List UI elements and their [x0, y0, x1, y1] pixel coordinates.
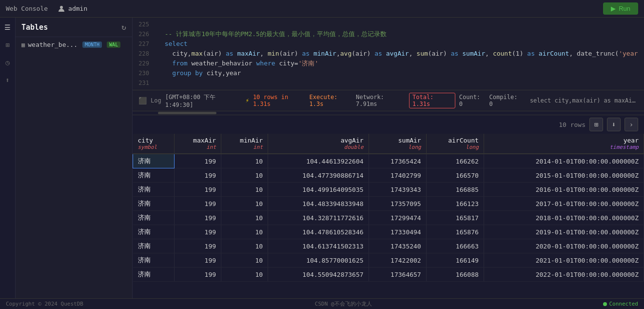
cell-year: 2017-01-01T00:00:00.000000Z — [484, 197, 644, 211]
col-header-sumAir: sumAirlong — [369, 134, 426, 154]
cell-sumAir: 17330494 — [369, 225, 426, 239]
code-line-228: 228 city,max(air) as maxAir, min(air) as… — [133, 49, 644, 59]
cell-city: 济南 — [133, 211, 175, 225]
cell-maxAir: 199 — [175, 183, 221, 197]
cell-year: 2021-01-01T00:00:00.000000Z — [484, 253, 644, 268]
table-row[interactable]: 济南 199 10 104.499164095035 17439343 1668… — [133, 183, 644, 197]
bottom-bar: Copyright © 2024 QuestDB CSDN @不会飞的小龙人 C… — [0, 298, 644, 309]
cell-year: 2019-01-01T00:00:00.000000Z — [484, 225, 644, 239]
cell-maxAir: 199 — [175, 154, 221, 168]
cell-city: 济南 — [133, 154, 175, 168]
copyright: Copyright © 2024 QuestDB — [6, 301, 83, 307]
grid-icon[interactable]: ⊞ — [2, 39, 14, 51]
code-line-230: 230 group by city,year — [133, 68, 644, 78]
chart-icon[interactable]: ◷ — [2, 57, 14, 68]
code-line-226: 226 -- 计算城市10年中每年的PM2.5的最大值，最小值，平均值，总值，总… — [133, 29, 644, 39]
table-item[interactable]: ▦ weather_be... MONTH WAL — [16, 37, 132, 52]
cell-year: 2020-01-01T00:00:00.000000Z — [484, 239, 644, 253]
log-count: Count: 0 — [459, 94, 486, 107]
table-row[interactable]: 济南 199 10 104.85770001625 17422002 16614… — [133, 253, 644, 268]
svg-point-0 — [60, 6, 63, 9]
cell-year: 2015-01-01T00:00:00.000000Z — [484, 168, 644, 183]
cell-airCount: 166885 — [426, 183, 484, 197]
refresh-icon[interactable]: ↻ — [121, 22, 126, 32]
cell-avgAir: 104.613741502313 — [268, 239, 369, 253]
username: admin — [68, 5, 87, 12]
csdn-label: CSDN @不会飞的小龙人 — [315, 300, 372, 308]
cell-minAir: 10 — [221, 239, 268, 253]
cell-airCount: 165876 — [426, 225, 484, 239]
cell-avgAir: 104.477390886714 — [268, 168, 369, 183]
cell-sumAir: 17365424 — [369, 154, 426, 168]
col-header-city: citysymbol — [133, 134, 175, 154]
cell-maxAir: 199 — [175, 211, 221, 225]
run-icon: ▶ — [611, 5, 616, 12]
upload-icon[interactable]: ⬆ — [2, 74, 14, 86]
scroll-thumb[interactable] — [158, 112, 216, 114]
lightning-icon: ⚡ — [246, 97, 249, 104]
user-info: admin — [58, 5, 87, 13]
run-button[interactable]: ▶ Run — [603, 2, 638, 15]
cell-avgAir: 104.483394833948 — [268, 197, 369, 211]
table-row[interactable]: 济南 199 10 104.550942873657 17364657 1660… — [133, 268, 644, 282]
topbar: Web Console admin ▶ Run — [0, 0, 644, 18]
col-header-minAir: minAirint — [221, 134, 268, 154]
cell-sumAir: 17357095 — [369, 197, 426, 211]
cell-avgAir: 104.478610528346 — [268, 225, 369, 239]
table-row[interactable]: 济南 199 10 104.478610528346 17330494 1658… — [133, 225, 644, 239]
expand-button[interactable]: › — [624, 118, 638, 131]
table-row[interactable]: 济南 199 10 104.44613922604 17365424 16626… — [133, 154, 644, 168]
icon-bar: ☰ ⊞ ◷ ⬆ — [0, 18, 16, 298]
grid-view-button[interactable]: ⊞ — [589, 118, 603, 131]
table-row[interactable]: 济南 199 10 104.483394833948 17357095 1661… — [133, 197, 644, 211]
log-execute: Execute: 1.3s — [310, 94, 352, 107]
results-toolbar: 10 rows ⊞ ⬇ › — [133, 115, 644, 134]
cell-airCount: 166570 — [426, 168, 484, 183]
col-header-maxAir: maxAirint — [175, 134, 221, 154]
cell-city: 济南 — [133, 253, 175, 268]
table-icon: ▦ — [21, 41, 25, 48]
code-editor[interactable]: 225 226 -- 计算城市10年中每年的PM2.5的最大值，最小值，平均值，… — [133, 18, 644, 90]
cell-minAir: 10 — [221, 268, 268, 282]
download-button[interactable]: ⬇ — [607, 118, 621, 131]
editor-area: 225 226 -- 计算城市10年中每年的PM2.5的最大值，最小值，平均值，… — [133, 18, 644, 298]
table-row[interactable]: 济南 199 10 104.328711772616 17299474 1658… — [133, 211, 644, 225]
log-total: Total: 1.31s — [409, 93, 455, 108]
cell-avgAir: 104.44613922604 — [268, 154, 369, 168]
cell-sumAir: 17402799 — [369, 168, 426, 183]
cell-maxAir: 199 — [175, 239, 221, 253]
cell-avgAir: 104.85770001625 — [268, 253, 369, 268]
run-label: Run — [619, 5, 630, 12]
cell-maxAir: 199 — [175, 253, 221, 268]
cell-airCount: 166663 — [426, 239, 484, 253]
cell-sumAir: 17439343 — [369, 183, 426, 197]
log-bar: ⬛ Log [GMT+08:00 下午 1:49:30] ⚡ 10 rows i… — [133, 90, 644, 111]
sidebar: Tables ↻ ▦ weather_be... MONTH WAL — [16, 18, 133, 298]
sidebar-toggle-icon[interactable]: ☰ — [2, 21, 14, 33]
cell-city: 济南 — [133, 197, 175, 211]
cell-minAir: 10 — [221, 225, 268, 239]
cell-city: 济南 — [133, 225, 175, 239]
log-query-preview: select city,max(air) as maxAir, m — [530, 97, 638, 104]
cell-city: 济南 — [133, 168, 175, 183]
sidebar-header: Tables ↻ — [16, 18, 132, 37]
code-line-229: 229 from weather_behavior where city='济南… — [133, 59, 644, 68]
table-row[interactable]: 济南 199 10 104.613741502313 17435240 1666… — [133, 239, 644, 253]
code-line-231: 231 — [133, 78, 644, 88]
cell-sumAir: 17435240 — [369, 239, 426, 253]
cell-minAir: 10 — [221, 168, 268, 183]
results-table[interactable]: citysymbol maxAirint minAirint avgAirdou… — [133, 134, 644, 298]
connected-dot — [603, 302, 607, 306]
table-row[interactable]: 济南 199 10 104.477390886714 17402799 1665… — [133, 168, 644, 183]
cell-minAir: 10 — [221, 197, 268, 211]
cell-maxAir: 199 — [175, 268, 221, 282]
cell-city: 济南 — [133, 268, 175, 282]
cell-maxAir: 199 — [175, 225, 221, 239]
cell-maxAir: 199 — [175, 168, 221, 183]
cell-avgAir: 104.499164095035 — [268, 183, 369, 197]
log-compile: Compile: 0 — [489, 94, 522, 107]
cell-minAir: 10 — [221, 183, 268, 197]
cell-airCount: 165817 — [426, 211, 484, 225]
cell-year: 2016-01-01T00:00:00.000000Z — [484, 183, 644, 197]
table-name: weather_be... — [28, 41, 78, 48]
